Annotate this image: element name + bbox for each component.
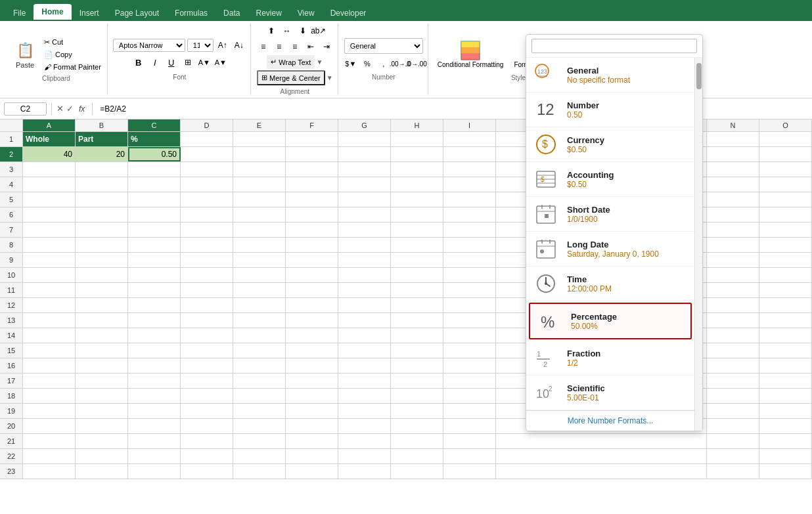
row-num-19[interactable]: 19 [0, 404, 23, 418]
cell-reference-input[interactable] [4, 102, 47, 116]
dropdown-scrollbar[interactable] [694, 58, 702, 431]
tab-page-layout[interactable]: Page Layout [107, 5, 167, 21]
cell-n2[interactable] [707, 147, 759, 161]
row-num-8[interactable]: 8 [0, 238, 23, 252]
increase-font-button[interactable]: A↑ [215, 38, 230, 53]
align-bottom-button[interactable]: ⬇ [296, 24, 310, 38]
tab-file[interactable]: File [5, 5, 34, 21]
col-header-e[interactable]: E [233, 119, 286, 131]
cell-d1[interactable] [181, 132, 233, 146]
row-num-2[interactable]: 2 [0, 147, 23, 161]
align-middle-button[interactable]: ↔ [280, 24, 294, 38]
fill-color-button[interactable]: A▼ [197, 55, 212, 70]
decrease-indent-button[interactable]: ⇤ [304, 39, 318, 54]
col-header-n[interactable]: N [707, 119, 759, 131]
cell-h1[interactable] [391, 132, 443, 146]
tab-home[interactable]: Home [34, 4, 71, 21]
row-num-14[interactable]: 14 [0, 328, 23, 343]
row-num-11[interactable]: 11 [0, 283, 23, 297]
number-format-dropdown[interactable]: General [344, 38, 423, 54]
copy-button[interactable]: 📄 Copy [42, 49, 103, 60]
more-formats-link[interactable]: More Number Formats... [568, 416, 654, 425]
cell-c1[interactable]: % [128, 132, 181, 146]
cell-o1[interactable] [759, 132, 812, 146]
orientation-button[interactable]: ab↗ [311, 24, 326, 38]
row-num-16[interactable]: 16 [0, 358, 23, 373]
cell-g2[interactable] [338, 147, 391, 161]
row-num-15[interactable]: 15 [0, 343, 23, 358]
cell-f1[interactable] [286, 132, 338, 146]
row-num-9[interactable]: 9 [0, 253, 23, 267]
font-name-select[interactable]: Aptos Narrow [113, 39, 185, 52]
borders-button[interactable]: ⊞ [181, 55, 195, 70]
tab-insert[interactable]: Insert [72, 5, 107, 21]
conditional-formatting-button[interactable]: Conditional Formatting [434, 37, 508, 72]
row-num-3[interactable]: 3 [0, 162, 23, 177]
row-num-6[interactable]: 6 [0, 207, 23, 222]
cell-c2[interactable]: 0.50 [128, 147, 181, 161]
merge-center-button[interactable]: ⊞ Merge & Center [257, 70, 325, 85]
col-header-g[interactable]: G [338, 119, 391, 131]
font-size-select[interactable]: 11 [187, 39, 214, 52]
format-item-long-date[interactable]: Long Date Saturday, January 0, 1900 [526, 232, 694, 267]
col-header-d[interactable]: D [181, 119, 233, 131]
row-num-20[interactable]: 20 [0, 419, 23, 433]
row-num-12[interactable]: 12 [0, 298, 23, 312]
tab-data[interactable]: Data [215, 5, 248, 21]
cell-b2[interactable]: 20 [76, 147, 128, 161]
comma-style-button[interactable]: , [376, 56, 391, 71]
format-item-scientific[interactable]: 10 2 Scientific 5.00E-01 [526, 375, 694, 410]
increase-indent-button[interactable]: ⇥ [319, 39, 334, 54]
format-search-input[interactable] [531, 39, 697, 53]
cancel-formula-icon[interactable]: ✕ [56, 104, 64, 114]
decrease-decimal-button[interactable]: .00→.0 [393, 56, 407, 71]
cell-d2[interactable] [181, 147, 233, 161]
format-item-number[interactable]: 12 Number 0.50 [526, 93, 694, 127]
cell-e1[interactable] [233, 132, 286, 146]
row-num-22[interactable]: 22 [0, 449, 23, 463]
col-header-f[interactable]: F [286, 119, 338, 131]
cell-a1[interactable]: Whole [23, 132, 76, 146]
format-item-percentage[interactable]: % Percentage 50.00% [529, 303, 692, 339]
row-num-1[interactable]: 1 [0, 132, 23, 146]
row-num-17[interactable]: 17 [0, 374, 23, 388]
cell-i2[interactable] [443, 147, 496, 161]
cell-f2[interactable] [286, 147, 338, 161]
format-item-accounting[interactable]: $ Accounting $0.50 [526, 162, 694, 197]
col-header-c[interactable]: C [128, 119, 181, 131]
bold-button[interactable]: B [131, 55, 146, 70]
tab-view[interactable]: View [290, 5, 323, 21]
row-num-5[interactable]: 5 [0, 192, 23, 207]
row-num-21[interactable]: 21 [0, 434, 23, 448]
format-item-time[interactable]: Time 12:00:00 PM [526, 267, 694, 301]
format-painter-button[interactable]: 🖌 Format Painter [42, 62, 103, 72]
cell-i1[interactable] [443, 132, 496, 146]
align-left-button[interactable]: ≡ [256, 39, 271, 54]
paste-button[interactable]: 📋 Paste [9, 37, 41, 72]
decrease-font-button[interactable]: A↓ [232, 38, 246, 53]
format-item-currency[interactable]: $ Currency $0.50 [526, 127, 694, 162]
tab-review[interactable]: Review [248, 5, 289, 21]
italic-button[interactable]: I [148, 55, 162, 70]
col-header-h[interactable]: H [391, 119, 443, 131]
wrap-text-button[interactable]: ↵ Wrap Text [267, 55, 315, 69]
cell-b1[interactable]: Part [76, 132, 128, 146]
row-num-23[interactable]: 23 [0, 464, 23, 479]
col-header-i[interactable]: I [443, 119, 496, 131]
col-header-a[interactable]: A [23, 119, 76, 131]
align-right-button[interactable]: ≡ [288, 39, 302, 54]
confirm-formula-icon[interactable]: ✓ [66, 104, 74, 114]
col-header-o[interactable]: O [759, 119, 812, 131]
row-num-18[interactable]: 18 [0, 389, 23, 403]
format-item-short-date[interactable]: Short Date 1/0/1900 [526, 197, 694, 232]
row-num-10[interactable]: 10 [0, 268, 23, 282]
cell-e2[interactable] [233, 147, 286, 161]
col-header-b[interactable]: B [76, 119, 128, 131]
row-num-7[interactable]: 7 [0, 223, 23, 237]
format-item-fraction[interactable]: 1 2 Fraction 1/2 [526, 341, 694, 375]
underline-button[interactable]: U [164, 55, 179, 70]
percent-style-button[interactable]: % [360, 56, 374, 71]
tab-formulas[interactable]: Formulas [167, 5, 215, 21]
increase-decimal-button[interactable]: .0→.00 [409, 56, 424, 71]
cell-o2[interactable] [759, 147, 812, 161]
